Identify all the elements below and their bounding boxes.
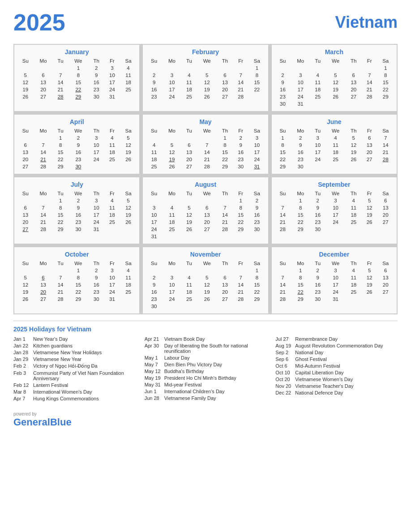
calendar-day: 13 [377, 204, 394, 211]
calendar-day: 25 [181, 93, 197, 100]
calendar-day: 19 [17, 86, 34, 93]
calendar-day: 14 [274, 211, 291, 219]
calendar-day: 11 [346, 204, 362, 211]
calendar-day: 27 [377, 219, 394, 226]
calendar-day: 3 [88, 197, 104, 204]
month-box-march: MarchSuMoTuWeThFrSa123456789101112131415… [272, 45, 397, 111]
calendar-day: 27 [217, 93, 233, 100]
calendar-day: 5 [17, 274, 34, 281]
calendar-day [362, 163, 377, 170]
calendar-day: 11 [163, 211, 181, 219]
calendar-day: 14 [53, 281, 68, 288]
calendar-day: 24 [325, 219, 346, 226]
weekday-header: Su [274, 57, 291, 64]
calendar-day [197, 267, 217, 274]
calendar-day: 23 [233, 156, 248, 163]
holiday-item: Nov 20Vietnamese Teacher's Day [275, 383, 398, 389]
calendar-day: 8 [53, 142, 68, 149]
month-box-january: JanuarySuMoTuWeThFrSa1234567891011121314… [14, 45, 139, 111]
calendar-day: 29 [274, 163, 291, 170]
holiday-item: Feb 12Lantern Festival [13, 382, 136, 388]
calendar-day: 4 [325, 134, 346, 142]
calendar-day: 3 [248, 134, 265, 142]
weekday-header: Fr [104, 57, 120, 64]
month-name: October [17, 251, 137, 258]
weekday-header: Sa [120, 260, 137, 267]
calendar-day: 12 [197, 79, 217, 86]
weekday-header: Sa [120, 190, 137, 197]
calendar-day: 17 [88, 211, 104, 219]
calendar-day: 29 [68, 296, 89, 303]
weekday-header: Th [346, 260, 362, 267]
calendar-day [377, 226, 394, 233]
calendar-day [163, 197, 181, 204]
calendar-day: 26 [120, 156, 137, 163]
calendar-day: 24 [104, 288, 120, 296]
weekday-header: Sa [120, 57, 137, 64]
calendar-day: 22 [377, 86, 394, 93]
calendar-day: 5 [181, 204, 197, 211]
calendar-day: 18 [346, 281, 362, 288]
calendar-day [88, 163, 104, 170]
calendar-day: 2 [310, 197, 325, 204]
calendar-day [197, 233, 217, 240]
calendar-day: 15 [53, 149, 68, 156]
calendar-day: 3 [163, 274, 181, 281]
weekday-header: We [325, 127, 346, 134]
weekday-header: Tu [53, 127, 68, 134]
calendar-day: 18 [104, 211, 120, 219]
calendar-day: 6 [362, 134, 377, 142]
calendar-day: 26 [325, 93, 346, 100]
calendar-day: 18 [181, 288, 197, 296]
calendar-day: 25 [104, 156, 120, 163]
calendar-day: 15 [377, 79, 394, 86]
calendar-day: 25 [146, 163, 163, 170]
calendar-day: 1 [248, 267, 265, 274]
calendar-day: 6 [217, 72, 233, 79]
calendar-day: 28 [217, 226, 233, 233]
holiday-date: Oct 10 [275, 370, 292, 375]
calendar-day: 6 [17, 142, 34, 149]
calendar-day: 2 [68, 134, 89, 142]
month-name: July [17, 181, 137, 188]
calendar-day: 8 [68, 274, 89, 281]
calendar-day: 20 [217, 288, 233, 296]
calendar-day: 3 [104, 64, 120, 72]
weekday-header: Fr [233, 260, 248, 267]
calendar-day [310, 163, 325, 170]
calendar-day: 4 [104, 197, 120, 204]
calendar-day: 23 [274, 93, 291, 100]
calendar-day: 27 [377, 288, 394, 296]
holiday-name: Vietnamese New Year Holidays [33, 350, 102, 355]
calendar-day: 11 [104, 142, 120, 149]
calendar-day: 14 [34, 149, 53, 156]
holiday-date: Nov 20 [275, 383, 292, 389]
calendar-day: 6 [34, 274, 53, 281]
calendar-day: 27 [34, 296, 53, 303]
calendar-day [120, 163, 137, 170]
calendar-day: 9 [146, 79, 163, 86]
calendar-day: 25 [104, 219, 120, 226]
calendar-day: 7 [34, 204, 53, 211]
calendar-day: 28 [362, 93, 377, 100]
calendar-day: 23 [146, 296, 163, 303]
holiday-name: Vietnamese Women's Day [295, 377, 353, 382]
calendar-day: 5 [197, 72, 217, 79]
holiday-date: Feb 2 [13, 363, 30, 369]
calendar-day: 16 [68, 149, 89, 156]
calendar-day: 20 [197, 219, 217, 226]
weekday-header: Fr [362, 127, 377, 134]
holiday-name: Vietnamese Family Day [164, 395, 216, 401]
holiday-date: Sep 2 [275, 350, 292, 355]
calendar-table: SuMoTuWeThFrSa12345678910111213141516171… [274, 57, 394, 107]
month-box-july: JulySuMoTuWeThFrSa1234567891011121314151… [14, 177, 139, 244]
holiday-item: Feb 3Communist Party of Viet Nam Foundat… [13, 370, 136, 381]
calendar-day: 7 [53, 72, 68, 79]
calendar-day: 9 [310, 204, 325, 211]
calendar-day [146, 197, 163, 204]
calendar-day [17, 267, 34, 274]
weekday-header: Mo [291, 190, 310, 197]
calendar-day: 27 [17, 163, 34, 170]
calendar-day: 26 [120, 219, 137, 226]
holiday-date: Feb 3 [13, 370, 30, 376]
